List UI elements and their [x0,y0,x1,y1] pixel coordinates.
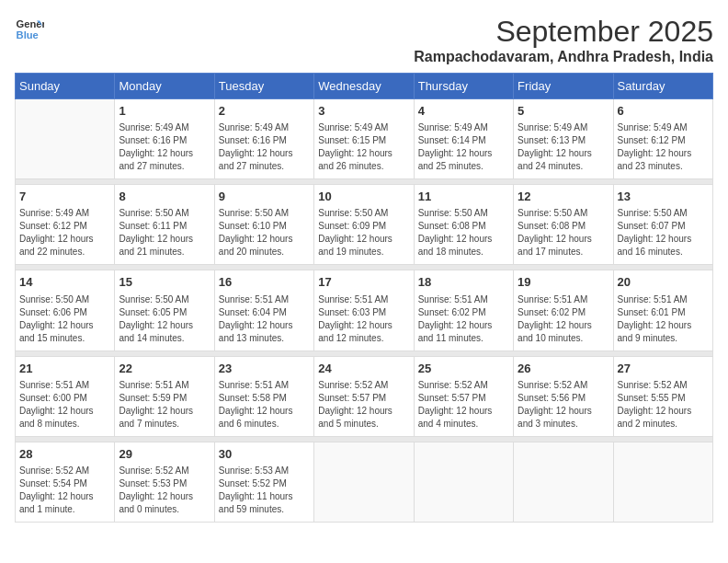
calendar-cell: 20Sunrise: 5:51 AMSunset: 6:01 PMDayligh… [613,270,712,350]
calendar-week-row: 21Sunrise: 5:51 AMSunset: 6:00 PMDayligh… [16,356,713,436]
day-number: 6 [618,103,709,120]
day-number: 21 [19,361,110,377]
calendar-cell: 6Sunrise: 5:49 AMSunset: 6:12 PMDaylight… [613,99,712,179]
day-number: 18 [418,274,509,291]
day-info: Sunrise: 5:49 AMSunset: 6:12 PMDaylight:… [19,207,110,259]
calendar-cell: 3Sunrise: 5:49 AMSunset: 6:15 PMDaylight… [314,99,414,179]
calendar-cell: 2Sunrise: 5:49 AMSunset: 6:16 PMDaylight… [214,99,313,179]
day-number: 23 [219,361,310,377]
day-info: Sunrise: 5:49 AMSunset: 6:12 PMDaylight:… [618,121,709,173]
day-info: Sunrise: 5:50 AMSunset: 6:09 PMDaylight:… [318,207,409,259]
day-info: Sunrise: 5:50 AMSunset: 6:07 PMDaylight:… [618,207,709,259]
day-info: Sunrise: 5:50 AMSunset: 6:08 PMDaylight:… [418,207,509,259]
calendar-cell: 23Sunrise: 5:51 AMSunset: 5:58 PMDayligh… [214,356,313,436]
calendar-cell: 1Sunrise: 5:49 AMSunset: 6:16 PMDaylight… [115,99,214,179]
calendar-cell: 15Sunrise: 5:50 AMSunset: 6:05 PMDayligh… [115,270,214,350]
calendar-cell: 21Sunrise: 5:51 AMSunset: 6:00 PMDayligh… [16,356,115,436]
calendar-cell: 9Sunrise: 5:50 AMSunset: 6:10 PMDaylight… [214,185,313,265]
location-title: Rampachodavaram, Andhra Pradesh, India [414,49,713,65]
day-number: 16 [219,274,310,291]
day-info: Sunrise: 5:51 AMSunset: 6:00 PMDaylight:… [19,379,110,431]
calendar-week-row: 1Sunrise: 5:49 AMSunset: 6:16 PMDaylight… [16,99,713,179]
calendar-cell: 30Sunrise: 5:53 AMSunset: 5:52 PMDayligh… [214,442,313,522]
title-section: September 2025 Rampachodavaram, Andhra P… [414,15,713,65]
calendar-cell: 16Sunrise: 5:51 AMSunset: 6:04 PMDayligh… [214,270,313,350]
day-info: Sunrise: 5:49 AMSunset: 6:16 PMDaylight:… [219,121,310,173]
day-number: 28 [19,446,110,463]
calendar-cell: 17Sunrise: 5:51 AMSunset: 6:03 PMDayligh… [314,270,414,350]
calendar-cell: 22Sunrise: 5:51 AMSunset: 5:59 PMDayligh… [115,356,214,436]
day-info: Sunrise: 5:51 AMSunset: 6:04 PMDaylight:… [219,293,310,345]
calendar-week-row: 14Sunrise: 5:50 AMSunset: 6:06 PMDayligh… [16,270,713,350]
day-number: 30 [219,446,310,463]
day-number: 11 [418,189,509,205]
calendar-cell: 4Sunrise: 5:49 AMSunset: 6:14 PMDaylight… [414,99,513,179]
day-number: 20 [618,274,709,291]
day-number: 29 [119,446,210,463]
day-number: 25 [418,361,509,377]
calendar-cell: 26Sunrise: 5:52 AMSunset: 5:56 PMDayligh… [514,356,613,436]
day-info: Sunrise: 5:50 AMSunset: 6:08 PMDaylight:… [518,207,609,259]
day-number: 2 [219,103,310,120]
day-info: Sunrise: 5:51 AMSunset: 6:02 PMDaylight:… [518,293,609,345]
day-info: Sunrise: 5:50 AMSunset: 6:11 PMDaylight:… [119,207,210,259]
calendar-cell: 11Sunrise: 5:50 AMSunset: 6:08 PMDayligh… [414,185,513,265]
header-thursday: Thursday [414,74,513,99]
day-number: 19 [518,274,609,291]
day-info: Sunrise: 5:51 AMSunset: 6:02 PMDaylight:… [418,293,509,345]
day-number: 5 [518,103,609,120]
day-number: 14 [19,274,110,291]
logo: General Blue [15,15,44,44]
day-info: Sunrise: 5:50 AMSunset: 6:05 PMDaylight:… [119,293,210,345]
day-info: Sunrise: 5:50 AMSunset: 6:06 PMDaylight:… [19,293,110,345]
calendar-cell [613,442,712,522]
month-title: September 2025 [414,15,713,49]
day-info: Sunrise: 5:49 AMSunset: 6:15 PMDaylight:… [318,121,409,173]
header-sunday: Sunday [16,74,115,99]
calendar-cell: 25Sunrise: 5:52 AMSunset: 5:57 PMDayligh… [414,356,513,436]
page-header: General Blue September 2025 Rampachodava… [15,15,713,65]
calendar-cell: 24Sunrise: 5:52 AMSunset: 5:57 PMDayligh… [314,356,414,436]
calendar-cell: 19Sunrise: 5:51 AMSunset: 6:02 PMDayligh… [514,270,613,350]
header-monday: Monday [115,74,214,99]
day-info: Sunrise: 5:52 AMSunset: 5:53 PMDaylight:… [119,465,210,516]
day-number: 8 [119,189,210,205]
calendar-cell: 12Sunrise: 5:50 AMSunset: 6:08 PMDayligh… [514,185,613,265]
calendar-cell: 14Sunrise: 5:50 AMSunset: 6:06 PMDayligh… [16,270,115,350]
day-number: 17 [318,274,409,291]
day-info: Sunrise: 5:49 AMSunset: 6:13 PMDaylight:… [518,121,609,173]
header-saturday: Saturday [613,74,712,99]
calendar-cell: 29Sunrise: 5:52 AMSunset: 5:53 PMDayligh… [115,442,214,522]
day-number: 15 [119,274,210,291]
day-number: 12 [518,189,609,205]
day-info: Sunrise: 5:51 AMSunset: 6:01 PMDaylight:… [618,293,709,345]
day-info: Sunrise: 5:51 AMSunset: 6:03 PMDaylight:… [318,293,409,345]
calendar-header-row: SundayMondayTuesdayWednesdayThursdayFrid… [16,74,713,99]
day-info: Sunrise: 5:52 AMSunset: 5:55 PMDaylight:… [618,379,709,431]
calendar-cell: 18Sunrise: 5:51 AMSunset: 6:02 PMDayligh… [414,270,513,350]
day-info: Sunrise: 5:52 AMSunset: 5:57 PMDaylight:… [318,379,409,431]
calendar-cell [16,99,115,179]
calendar-cell: 13Sunrise: 5:50 AMSunset: 6:07 PMDayligh… [613,185,712,265]
day-info: Sunrise: 5:49 AMSunset: 6:16 PMDaylight:… [119,121,210,173]
day-number: 24 [318,361,409,377]
calendar-cell [514,442,613,522]
calendar-cell: 7Sunrise: 5:49 AMSunset: 6:12 PMDaylight… [16,185,115,265]
svg-text:Blue: Blue [17,29,39,40]
header-friday: Friday [514,74,613,99]
day-number: 4 [418,103,509,120]
calendar-cell [414,442,513,522]
calendar-cell: 5Sunrise: 5:49 AMSunset: 6:13 PMDaylight… [514,99,613,179]
header-tuesday: Tuesday [214,74,313,99]
logo-icon: General Blue [15,15,44,44]
calendar-week-row: 28Sunrise: 5:52 AMSunset: 5:54 PMDayligh… [16,442,713,522]
day-number: 1 [119,103,210,120]
calendar-cell: 10Sunrise: 5:50 AMSunset: 6:09 PMDayligh… [314,185,414,265]
day-info: Sunrise: 5:52 AMSunset: 5:56 PMDaylight:… [518,379,609,431]
day-info: Sunrise: 5:50 AMSunset: 6:10 PMDaylight:… [219,207,310,259]
day-number: 22 [119,361,210,377]
calendar-table: SundayMondayTuesdayWednesdayThursdayFrid… [15,73,713,523]
header-wednesday: Wednesday [314,74,414,99]
day-number: 7 [19,189,110,205]
day-number: 26 [518,361,609,377]
